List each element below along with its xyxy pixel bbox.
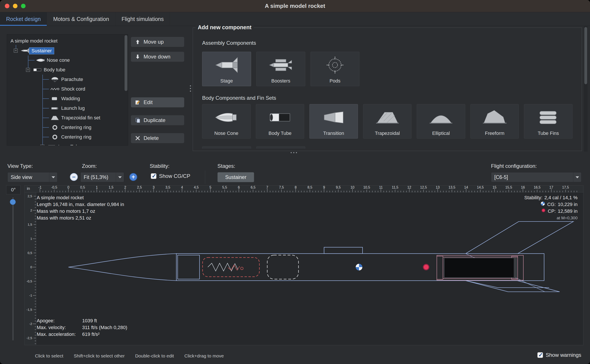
svg-text:0: 0 (67, 186, 69, 189)
horizontal-splitter-handle[interactable] (291, 152, 297, 153)
view-type-select[interactable]: Side view (7, 172, 57, 182)
maximize-button[interactable] (21, 4, 26, 8)
svg-text:15,5: 15,5 (505, 186, 512, 189)
status-hint: Double-click to edit (135, 353, 174, 358)
tab-motors-configuration[interactable]: Motors & Configuration (47, 12, 115, 26)
tree-item-a-simple-model-rocket[interactable]: A simple model rocket (11, 38, 57, 44)
delete-button[interactable]: Delete (131, 133, 184, 143)
cp-label: CP: (548, 208, 556, 214)
svg-text:6: 6 (238, 186, 240, 189)
tree-item-nose-cone[interactable]: Nose cone (47, 57, 70, 64)
cp-value: 12,589 in (558, 208, 577, 214)
rocket-mass-motors: Mass with motors 2,51 oz (37, 214, 124, 221)
tree-guide-line (42, 137, 49, 137)
tree-item-shock-cord[interactable]: Shock cord (61, 86, 85, 92)
minimize-button[interactable] (13, 4, 18, 8)
component-pods[interactable]: Pods (310, 52, 359, 86)
rocket-view-canvas[interactable]: -1-0,500,511,522,533,544,555,566,577,588… (25, 185, 583, 345)
zoom-value: Fit (51,3%) (84, 174, 108, 180)
show-cgcp-label: Show CG/CP (159, 173, 190, 179)
cg-legend-icon (540, 201, 545, 208)
tree-item-centering-ring[interactable]: Centering ring (61, 124, 91, 131)
component-tree[interactable]: A simple model rocket−SustainerNose cone… (7, 34, 128, 146)
svg-text:3,5: 3,5 (165, 186, 170, 189)
tree-guide-line (42, 79, 49, 80)
component-card-label: Trapezoidal (375, 130, 400, 136)
svg-text:5,5: 5,5 (222, 186, 227, 189)
component-stage[interactable]: Stage (202, 52, 251, 86)
tree-guide-line (42, 127, 49, 128)
tab-rocket-design[interactable]: Rocket design (0, 12, 47, 26)
svg-text:4: 4 (181, 186, 183, 189)
cg-label: CG: (547, 201, 556, 208)
centering-ring-icon (50, 134, 60, 140)
component-freeform[interactable]: Freeform (470, 104, 519, 139)
close-button[interactable] (5, 4, 9, 8)
tree-guide-line (28, 60, 34, 60)
svg-text:6,5: 6,5 (251, 186, 255, 189)
nose-cone-icon (202, 104, 250, 130)
tab-flight-simulations[interactable]: Flight simulations (115, 12, 170, 26)
zoom-in-button[interactable]: + (129, 173, 137, 181)
tree-item-wadding[interactable]: Wadding (61, 95, 80, 102)
svg-text:11,5: 11,5 (392, 186, 398, 189)
move-up-button[interactable]: Move up (131, 37, 184, 47)
duplicate-button[interactable]: Duplicate (131, 115, 184, 125)
action-label: Duplicate (144, 117, 165, 123)
tree-guide-line (16, 45, 16, 49)
show-cgcp-checkbox[interactable] (151, 173, 156, 179)
mach-note: at M=0,300 (524, 214, 577, 221)
tree-item-sustainer[interactable]: Sustainer (29, 47, 54, 54)
component-boosters[interactable]: Boosters (256, 52, 305, 86)
component-card-partial[interactable] (202, 146, 251, 149)
move-down-button[interactable]: Move down (131, 52, 184, 62)
tree-item-centering-ring[interactable]: Centering ring (61, 134, 91, 140)
tree-item-body-tube[interactable]: Body tube (44, 66, 65, 73)
flight-configuration-select[interactable]: [C6-5] (491, 172, 582, 182)
collapse-toggle-body-tube[interactable]: − (26, 68, 30, 72)
max-acceleration-value: 619 ft/s² (82, 331, 100, 338)
rotation-slider-track[interactable] (13, 197, 13, 340)
collapse-toggle-inner-tube[interactable]: − (40, 145, 44, 146)
tree-item-parachute[interactable]: Parachute (61, 76, 83, 83)
max-velocity-label: Max. velocity: (37, 324, 82, 331)
component-body-tube[interactable]: Body Tube (256, 104, 304, 139)
fin-set-icon (50, 115, 60, 121)
transition-icon (310, 104, 358, 130)
chevron-down-icon (49, 172, 57, 182)
component-card-partial[interactable] (256, 146, 305, 149)
vertical-splitter-handle[interactable] (190, 85, 191, 92)
svg-text:0: 0 (30, 265, 32, 269)
statusbar: Click to selectShift+click to select oth… (0, 351, 590, 361)
edit-icon (135, 99, 141, 105)
rotation-slider-thumb[interactable] (10, 199, 16, 205)
launch-lug-icon (50, 105, 60, 111)
chevron-down-icon (116, 172, 124, 182)
component-elliptical[interactable]: Elliptical (417, 104, 465, 139)
zoom-out-button[interactable]: − (70, 173, 78, 181)
svg-text:0,5: 0,5 (27, 251, 32, 255)
trapezoidal-fin-icon (363, 104, 411, 130)
tree-item-trapezoidal-fin-set[interactable]: Trapezoidal fin set (61, 115, 100, 121)
show-warnings-checkbox[interactable] (537, 352, 543, 358)
edit-button[interactable]: Edit (131, 97, 184, 108)
component-trapezoidal[interactable]: Trapezoidal (363, 104, 412, 139)
body-tube-icon (32, 67, 42, 73)
stage-icon (202, 52, 251, 78)
tree-item-launch-lug[interactable]: Launch lug (61, 105, 85, 111)
svg-text:4,5: 4,5 (194, 186, 199, 189)
stage-toggle-sustainer[interactable]: Sustainer (217, 172, 254, 182)
show-warnings-label: Show warnings (546, 352, 581, 358)
tree-item-inner-tube[interactable]: Inner Tube (58, 143, 81, 146)
component-card-label: Pods (329, 78, 341, 84)
component-tube-fins[interactable]: Tube Fins (524, 104, 572, 139)
svg-text:13: 13 (436, 186, 440, 189)
tree-scrollbar-thumb[interactable] (125, 35, 127, 91)
stability-label: Stability: (150, 163, 170, 169)
component-card-row: StageBoostersPods (202, 52, 572, 86)
component-transition[interactable]: Transition (309, 104, 358, 139)
zoom-select[interactable]: Fit (51,3%) (80, 172, 124, 182)
component-nose-cone[interactable]: Nose Cone (202, 104, 251, 139)
window-scrollbar-thumb[interactable] (584, 27, 587, 84)
collapse-toggle-sustainer[interactable]: − (14, 49, 18, 52)
